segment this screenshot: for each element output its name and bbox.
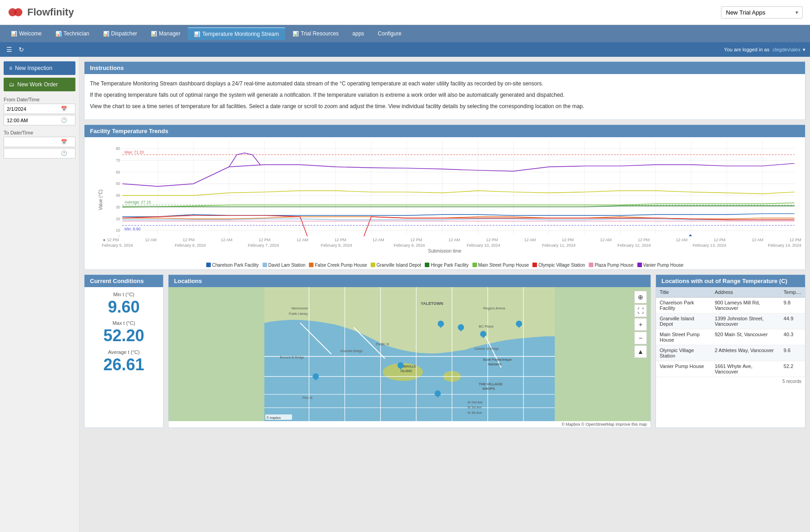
trial-apps-select-wrapper[interactable]: New Trial Apps <box>721 6 803 19</box>
tab-welcome[interactable]: 📊 Welcome <box>5 28 48 40</box>
calendar-icon[interactable]: 📅 <box>61 106 67 112</box>
svg-text:60: 60 <box>116 169 120 174</box>
clock-icon-to[interactable]: 🕐 <box>61 150 67 156</box>
briefcase-icon: 🗂 <box>9 81 15 88</box>
chart-header: Facility Temperature Trends <box>84 125 805 137</box>
svg-text:30: 30 <box>116 204 120 209</box>
locations-table-header: Locations with out of Range Temperature … <box>656 275 805 287</box>
from-date-input[interactable] <box>7 106 59 112</box>
tab-configure[interactable]: Configure <box>372 28 408 40</box>
map-area[interactable]: Vancouver Public Library YALETOWN Rogers… <box>169 287 651 421</box>
chart-body: Value (°C) 80 70 60 <box>84 137 805 269</box>
instructions-text: The Temperature Monitoring Stream dashbo… <box>90 80 800 111</box>
cell-address: 1399 Johnston Street, Vancouver <box>711 313 780 329</box>
col-temp: Temp.... <box>780 287 805 298</box>
tab-manager[interactable]: 📊 Manager <box>144 28 187 40</box>
svg-text:Granville Bridge: Granville Bridge <box>340 349 363 353</box>
content-area: ≡ New Inspection 🗂 New Work Order From D… <box>0 57 810 532</box>
chart-area[interactable]: Value (°C) 80 70 60 <box>88 141 801 259</box>
calendar-icon-to[interactable]: 📅 <box>61 139 67 145</box>
svg-text:Burrard St Bridge: Burrard St Bridge <box>280 356 304 359</box>
x-axis-ticks: ◄ 12 PM 12 AM 12 PM 12 AM 12 PM 12 AM 12… <box>102 238 801 242</box>
new-inspection-button[interactable]: ≡ New Inspection <box>4 61 75 75</box>
table-footer: 5 records <box>656 377 805 386</box>
tab-trial-resources[interactable]: 📊 Trial Resources <box>286 28 345 40</box>
bottom-section: Current Conditions Min t (°C) 9.60 Max t… <box>84 274 805 428</box>
instructions-panel: Instructions The Temperature Monitoring … <box>84 61 805 120</box>
svg-text:Public Library: Public Library <box>289 312 308 316</box>
svg-text:Pine St: Pine St <box>303 396 313 399</box>
map-attribution: © Mapbox © OpenStreetMap Improve this ma… <box>169 421 651 428</box>
logo-icon <box>7 4 24 20</box>
cell-temp: 40.3 <box>780 329 805 345</box>
from-time-input[interactable] <box>7 118 59 123</box>
new-work-order-button[interactable]: 🗂 New Work Order <box>4 78 75 91</box>
instructions-header: Instructions <box>84 62 805 74</box>
tab-dispatcher[interactable]: 📊 Dispatcher <box>97 28 144 40</box>
chart-svg[interactable]: 80 70 60 50 40 30 20 10 0 Max: 71.20 <box>102 141 810 236</box>
table-row: Vanier Pump House1661 Whyte Ave, Vancouv… <box>656 361 805 377</box>
zoom-out-button[interactable]: − <box>634 332 647 344</box>
to-time-input-wrapper[interactable]: 🕐 <box>4 148 75 159</box>
svg-text:Cambie St Bridge: Cambie St Bridge <box>474 347 499 350</box>
svg-text:Rogers Arena: Rogers Arena <box>483 306 506 310</box>
list-icon: ≡ <box>9 65 12 71</box>
x-axis-dates: February 5, 2024 February 6, 2024 Februa… <box>102 243 801 248</box>
from-time-input-wrapper[interactable]: 🕐 <box>4 115 75 125</box>
clock-icon[interactable]: 🕐 <box>61 117 67 123</box>
legend-dot-plaza <box>589 263 593 267</box>
tab-technician[interactable]: 📊 Technician <box>49 28 96 40</box>
from-date-input-wrapper[interactable]: 📅 <box>4 104 75 114</box>
from-datetime-label: From Date/Time <box>4 97 75 102</box>
toolbar-left: ☰ ↻ <box>5 45 26 54</box>
cell-address: 900 Lameys Mill Rd, Vancouver <box>711 297 780 313</box>
menu-icon[interactable]: ☰ <box>5 45 14 54</box>
refresh-icon[interactable]: ↻ <box>17 45 26 54</box>
legend-dot-granville <box>371 263 375 267</box>
map-svg: Vancouver Public Library YALETOWN Rogers… <box>169 287 651 421</box>
logo-text: Flowfinity <box>27 6 74 18</box>
table-row: Olympic Village Station2 Athletes Way, V… <box>656 345 805 361</box>
toolbar: ☰ ↻ You are logged in as clegdev\alex ▾ <box>0 42 810 57</box>
svg-text:THE VILLAGE: THE VILLAGE <box>479 382 502 386</box>
fullscreen-button[interactable]: ⛶ <box>634 304 647 317</box>
locations-table-panel: Locations with out of Range Temperature … <box>656 274 805 428</box>
conditions-title: Current Conditions <box>84 275 163 287</box>
svg-text:Ecole Polytechnique: Ecole Polytechnique <box>483 358 512 362</box>
svg-text:ISLAND: ISLAND <box>401 369 412 372</box>
logo-area: Flowfinity <box>7 4 74 20</box>
svg-text:W 2nd Ave: W 2nd Ave <box>467 400 482 403</box>
trial-apps-select[interactable]: New Trial Apps <box>721 6 803 19</box>
legend-dot-main-street <box>472 263 477 267</box>
username-link[interactable]: clegdev\alex <box>773 47 800 52</box>
tab-apps[interactable]: apps <box>346 28 371 40</box>
table-row: Main Street Pump House920 Main St, Vanco… <box>656 329 805 345</box>
to-time-input[interactable] <box>7 151 59 156</box>
legend-olympic: Olympic Village Station <box>532 263 585 268</box>
cell-temp: 9.8 <box>780 297 805 313</box>
cell-title: Granville Island Depot <box>656 313 711 329</box>
to-date-input[interactable] <box>7 139 59 145</box>
map-header: Locations <box>169 275 651 287</box>
legend-charelson: Charelson Park Facility <box>206 263 259 268</box>
tab-technician-icon: 📊 <box>55 31 62 37</box>
tab-temperature[interactable]: 📊 Temperature Monitoring Stream <box>188 27 285 40</box>
svg-text:0: 0 <box>118 234 120 236</box>
current-conditions-panel: Current Conditions Min t (°C) 9.60 Max t… <box>84 274 164 428</box>
gps-button[interactable]: ⊕ <box>634 291 647 303</box>
to-date-input-wrapper[interactable]: 📅 <box>4 137 75 147</box>
legend-dot-false-creek <box>309 263 313 267</box>
compass-button[interactable]: ▲ <box>634 345 647 358</box>
legend-false-creek: False Creek Pump House <box>309 263 367 268</box>
zoom-in-button[interactable]: + <box>634 318 647 331</box>
chart-panel: Facility Temperature Trends Value (°C) <box>84 124 805 270</box>
tab-manager-icon: 📊 <box>151 31 157 37</box>
svg-text:massacre: massacre <box>488 363 502 366</box>
svg-text:10: 10 <box>116 228 120 233</box>
chart-legend: Charelson Park Facility David Lam Statio… <box>88 263 801 268</box>
map-controls: ⊕ ⛶ + − ▲ <box>634 291 647 358</box>
instructions-body: The Temperature Monitoring Stream dashbo… <box>84 74 805 119</box>
cell-title: Vanier Pump House <box>656 361 711 377</box>
legend-dot-charelson <box>206 263 211 267</box>
cell-title: Charelson Park Facility <box>656 297 711 313</box>
